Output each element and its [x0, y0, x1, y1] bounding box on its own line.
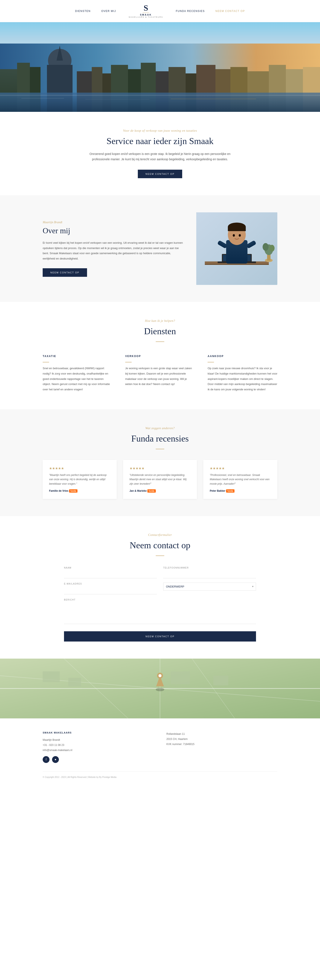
svg-point-47 [269, 245, 275, 251]
facebook-icon[interactable]: f [43, 756, 49, 763]
funda-badge-2: funda [147, 489, 156, 493]
submit-button[interactable]: NEEM CONTACT OP [64, 631, 256, 641]
footer-kvk: KVK nummer: 71849015 [166, 741, 277, 747]
service-taxatie: TAXATIE Snel en betrouwbaar, gevalideerd… [43, 355, 112, 392]
service-verkoop: VERKOOP Je woning verkopen is een grote … [125, 355, 195, 392]
bericht-label: BERICHT [64, 599, 256, 601]
email-input[interactable] [64, 587, 157, 594]
footer-street: Rollandslaan 11 [166, 731, 277, 737]
nav-left: DIENSTEN OVER MIJ [75, 10, 116, 13]
review-stars-3: ★★★★★ [210, 466, 271, 470]
footer-col-1: Smaak Makelaars Maartijn Brandt +31 - 02… [43, 731, 154, 763]
svg-rect-25 [0, 95, 320, 96]
svg-rect-38 [228, 227, 246, 231]
telefoon-label: TELEFOONNUMMER [163, 566, 256, 569]
intro-cta-button[interactable]: NEEM CONTACT OP [138, 170, 182, 178]
about-text: Maartijn Brandt Over mij Er komt veel ki… [43, 221, 183, 277]
footer-phone: +31 - 023 11 08 23 [43, 743, 154, 748]
about-cta-button[interactable]: NEEM CONTACT OP [43, 268, 87, 277]
logo-letter: S [143, 4, 148, 12]
review-text-2: "Uitstekende service en persoonlijke beg… [129, 473, 191, 486]
form-row-bericht: BERICHT [64, 599, 256, 625]
reviews-grid: ★★★★★ "Maartijn heeft ons perfect begele… [43, 460, 277, 499]
about-body: Er komt veel kijken bij het kopen en/of … [43, 240, 183, 261]
hero-cityscape [0, 43, 320, 112]
contact-title: Neem contact op [64, 540, 256, 550]
nav-link-contact[interactable]: NEEM CONTACT OP [215, 10, 245, 13]
services-title: Diensten [43, 326, 277, 336]
services-header: Hoe kan ik je helpen? Diensten [43, 319, 277, 342]
about-section: Maartijn Brandt Over mij Er komt veel ki… [0, 195, 320, 302]
service-taxatie-divider [43, 362, 49, 363]
service-taxatie-text: Snel en betrouwbaar, gevalideerd (NWWI) … [43, 366, 112, 392]
services-grid: TAXATIE Snel en betrouwbaar, gevalideerd… [43, 355, 277, 392]
reviews-tagline: Wat zeggen anderen? [43, 426, 277, 430]
map-section [0, 659, 320, 718]
nav-link-diensten[interactable]: DIENSTEN [75, 10, 91, 13]
intro-title: Service naar ieder zijn Smaak [64, 136, 256, 146]
logo-divider [143, 13, 149, 13]
naam-input[interactable] [64, 571, 157, 578]
service-verkoop-title: VERKOOP [125, 355, 195, 358]
intro-description: Onroerend goed kopen en/of verkopen is e… [85, 151, 235, 162]
services-divider [156, 342, 164, 342]
contact-divider [156, 555, 164, 556]
service-aankoop-divider [208, 362, 214, 363]
onderwerp-wrapper: ONDERWERP Aankoop Verkoop Taxatie Overig… [163, 582, 256, 590]
form-field-naam: NAAM [64, 566, 157, 578]
contact-form: NAAM TELEFOONNUMMER E-MAILADRES ONDERWER… [64, 566, 256, 641]
navigation: DIENSTEN OVER MIJ S SMAAK MAKELAARS & TA… [0, 0, 320, 22]
form-row-email-onderwerp: E-MAILADRES ONDERWERP Aankoop Verkoop Ta… [64, 582, 256, 594]
reviews-section: Wat zeggen anderen? Funda recensies ★★★★… [0, 409, 320, 516]
form-field-email: E-MAILADRES [64, 582, 157, 594]
svg-rect-57 [213, 676, 228, 685]
review-stars-2: ★★★★★ [129, 466, 191, 470]
service-aankoop-title: AANKOOP [208, 355, 277, 358]
footer-grid: Smaak Makelaars Maartijn Brandt +31 - 02… [43, 731, 277, 763]
footer-company-name: Smaak Makelaars [43, 731, 154, 734]
reviews-header: Wat zeggen anderen? Funda recensies [43, 426, 277, 449]
footer-col-2: Rollandslaan 11 2015 CH, Haarlem KVK num… [166, 731, 277, 763]
reviews-divider [156, 449, 164, 449]
review-card-1: ★★★★★ "Maartijn heeft ons perfect begele… [43, 460, 117, 499]
nav-link-funda[interactable]: FUNDA RECENSIES [176, 10, 205, 13]
form-field-onderwerp: ONDERWERP Aankoop Verkoop Taxatie Overig… [163, 582, 256, 594]
review-author-3: Peter Bakker funda [210, 489, 271, 493]
naam-label: NAAM [64, 566, 157, 569]
review-author-1: Familie de Vries funda [49, 489, 110, 493]
logo-name: SMAAK [140, 13, 152, 16]
svg-point-61 [159, 674, 161, 677]
footer: Smaak Makelaars Maartijn Brandt +31 - 02… [0, 718, 320, 785]
review-stars-1: ★★★★★ [49, 466, 110, 470]
form-row-name-phone: NAAM TELEFOONNUMMER [64, 566, 256, 578]
svg-rect-28 [171, 99, 256, 99]
review-text-3: "Professioneel, snel en betrouwbaar. Sma… [210, 473, 271, 486]
contact-tagline: Contactformulier [64, 533, 256, 537]
footer-contact-info: Maartijn Brandt +31 - 023 11 08 23 info@… [43, 737, 154, 753]
hero-image [0, 22, 320, 112]
telefoon-input[interactable] [163, 571, 256, 578]
svg-rect-56 [171, 671, 190, 684]
logo[interactable]: S SMAAK MAKELAARS & TAXATEURS [129, 4, 163, 18]
instagram-icon[interactable]: ● [52, 756, 59, 763]
svg-point-39 [233, 234, 235, 237]
footer-email: info@smaak-makelaars.nl [43, 748, 154, 753]
svg-point-46 [263, 243, 269, 251]
form-field-telefoon: TELEFOONNUMMER [163, 566, 256, 578]
about-image [196, 212, 277, 285]
svg-rect-27 [85, 99, 149, 99]
onderwerp-select[interactable]: ONDERWERP Aankoop Verkoop Taxatie Overig [163, 582, 256, 590]
nav-right: FUNDA RECENSIES NEEM CONTACT OP [176, 10, 245, 13]
intro-tagline: Voor de koop of verkoop van jouw woning … [64, 129, 256, 132]
svg-rect-55 [68, 678, 81, 686]
service-aankoop-text: Op zoek naar jouw nieuwe droomhuis? Ik s… [208, 366, 277, 392]
email-label: E-MAILADRES [64, 582, 157, 585]
bericht-textarea[interactable] [64, 603, 256, 624]
footer-bottom: © Copyright 2012 - 2023 | All Rights Res… [43, 776, 277, 778]
service-taxatie-title: TAXATIE [43, 355, 112, 358]
review-card-2: ★★★★★ "Uitstekende service en persoonlij… [123, 460, 197, 499]
about-subtitle: Maartijn Brandt [43, 221, 183, 224]
service-verkoop-text: Je woning verkopen is een grote stap waa… [125, 366, 195, 387]
nav-link-over-mij[interactable]: OVER MIJ [101, 10, 116, 13]
map-visualization [0, 659, 320, 718]
